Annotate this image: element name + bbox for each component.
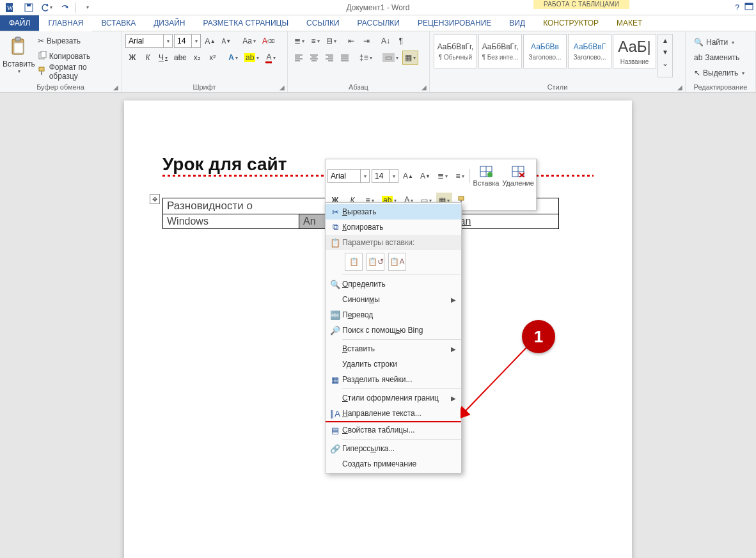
mini-shrink-font[interactable]: A▼ — [418, 168, 433, 184]
style-no-spacing[interactable]: АаБбВвГг,¶ Без инте... — [478, 34, 522, 68]
tab-references[interactable]: ССЫЛКИ — [297, 15, 348, 31]
subscript-button[interactable]: x₂ — [190, 51, 204, 65]
mini-delete-button[interactable]: Удаление — [502, 161, 534, 191]
clear-format-button[interactable]: A⌫ — [260, 34, 277, 48]
format-painter-button[interactable]: Формат по образцу — [35, 65, 117, 79]
replace-button[interactable]: abЗаменить — [691, 51, 750, 65]
save-button[interactable] — [20, 1, 37, 15]
ctx-table-properties[interactable]: ▤Свойства таблицы... — [326, 422, 461, 438]
ribbon-display-button[interactable] — [744, 3, 753, 12]
mini-size-combo[interactable]: ▾ — [372, 169, 398, 183]
ctx-bing[interactable]: 🔎Поиск с помощью Bing — [326, 323, 461, 338]
styles-dialog-launcher[interactable]: ◢ — [676, 83, 684, 91]
ribbon: Вставить ▾ ✂ Вырезать Копировать — [0, 31, 756, 93]
line-spacing-button[interactable]: ‡≡▾ — [357, 51, 375, 65]
clipboard-dialog-launcher[interactable]: ◢ — [112, 83, 120, 91]
ctx-translate[interactable]: 🔤Перевод — [326, 307, 461, 323]
ctx-delete-rows[interactable]: Удалить строки — [326, 356, 461, 372]
select-button[interactable]: ↖Выделить▾ — [691, 66, 750, 80]
ctx-cut[interactable]: ✂ВВырезатьырезать — [326, 204, 461, 219]
borders-button[interactable]: ▦▾ — [402, 51, 418, 65]
style-normal[interactable]: АаБбВвГг,¶ Обычный — [434, 34, 477, 68]
paste-merge-formatting[interactable]: 📋↺ — [366, 253, 384, 271]
mini-bullets[interactable]: ≣▾ — [435, 168, 450, 184]
align-right-button[interactable] — [322, 51, 336, 65]
bullets-button[interactable]: ≣▾ — [292, 34, 307, 48]
help-button[interactable]: ? — [735, 3, 739, 12]
qat-customize-button[interactable]: ▾ — [79, 1, 95, 15]
styles-scroll-up[interactable]: ▴ — [658, 35, 672, 46]
undo-button[interactable]: ▾ — [38, 1, 55, 15]
ctx-hyperlink[interactable]: 🔗Гиперссылка... — [326, 441, 461, 456]
show-marks-button[interactable]: ¶ — [394, 34, 408, 48]
italic-button[interactable]: К — [141, 51, 155, 65]
ctx-border-styles[interactable]: Стили оформления границ▶ — [326, 390, 461, 406]
ctx-text-direction[interactable]: ‖AНаправление текста... — [326, 406, 461, 421]
tab-page-layout[interactable]: РАЗМЕТКА СТРАНИЦЫ — [194, 15, 298, 31]
superscript-button[interactable]: x² — [205, 51, 219, 65]
text-effects-button[interactable]: A▾ — [226, 51, 240, 65]
svg-rect-38 — [459, 196, 464, 200]
align-left-button[interactable] — [292, 51, 306, 65]
svg-line-40 — [464, 343, 531, 412]
style-title[interactable]: АаБ|Название — [613, 34, 656, 68]
font-name-input[interactable] — [126, 36, 163, 45]
justify-button[interactable] — [338, 51, 352, 65]
tab-mailings[interactable]: РАССЫЛКИ — [349, 15, 409, 31]
mini-numbering[interactable]: ≡▾ — [452, 168, 468, 184]
copy-button[interactable]: Копировать — [35, 49, 117, 63]
numbering-button[interactable]: ≡▾ — [308, 34, 322, 48]
paste-keep-formatting[interactable]: 📋 — [345, 253, 363, 271]
ctx-synonyms[interactable]: Синонимы▶ — [326, 292, 461, 307]
align-center-button[interactable] — [307, 51, 321, 65]
tab-file[interactable]: ФАЙЛ — [0, 15, 39, 31]
shading-button[interactable]: ▭▾ — [380, 51, 401, 65]
highlight-button[interactable]: ab▾ — [242, 51, 262, 65]
style-heading1[interactable]: АаБбВвЗаголово... — [523, 34, 567, 68]
chevron-down-icon[interactable]: ▾ — [163, 35, 172, 47]
tab-table-layout[interactable]: МАКЕТ — [608, 15, 651, 31]
underline-button[interactable]: Ч▾ — [156, 51, 170, 65]
sort-button[interactable]: A↓ — [379, 34, 393, 48]
chevron-down-icon[interactable]: ▾ — [191, 35, 200, 47]
table-cell[interactable]: Windows — [163, 214, 299, 229]
ctx-define[interactable]: 🔍Определить — [326, 276, 461, 292]
ctx-insert[interactable]: Вставить▶ — [326, 341, 461, 356]
change-case-button[interactable]: Aa▾ — [240, 34, 258, 48]
font-color-button[interactable]: A▾ — [263, 51, 278, 65]
tab-insert[interactable]: ВСТАВКА — [92, 15, 145, 31]
paste-button[interactable]: Вставить ▾ — [4, 34, 34, 76]
tab-design[interactable]: ДИЗАЙН — [145, 15, 194, 31]
indent-increase-button[interactable]: ⇥ — [359, 34, 374, 48]
mini-insert-button[interactable]: Вставка — [472, 161, 500, 191]
font-size-input[interactable] — [175, 36, 191, 45]
indent-decrease-button[interactable]: ⇤ — [344, 34, 358, 48]
font-size-combo[interactable]: ▾ — [174, 34, 201, 48]
font-name-combo[interactable]: ▾ — [125, 34, 173, 48]
strike-button[interactable]: abc — [171, 51, 189, 65]
tab-view[interactable]: ВИД — [500, 15, 534, 31]
mini-grow-font[interactable]: A▲ — [400, 168, 416, 184]
ctx-copy[interactable]: ⧉Копировать — [326, 219, 461, 235]
ctx-split-cells[interactable]: ▦Разделить ячейки... — [326, 372, 461, 387]
tab-review[interactable]: РЕЦЕНЗИРОВАНИЕ — [409, 15, 500, 31]
tab-home[interactable]: ГЛАВНАЯ — [39, 15, 92, 31]
grow-font-button[interactable]: A▲ — [202, 34, 218, 48]
ctx-comment[interactable]: Создать примечание — [326, 456, 461, 472]
paste-text-only[interactable]: 📋A — [388, 253, 406, 271]
multilevel-button[interactable]: ⊟▾ — [324, 34, 339, 48]
shrink-font-button[interactable]: A▼ — [219, 34, 234, 48]
redo-button[interactable] — [56, 1, 73, 15]
style-heading2[interactable]: АаБбВвГЗаголово... — [568, 34, 611, 68]
copy-icon — [38, 51, 47, 62]
find-button[interactable]: 🔍Найти▾ — [691, 35, 750, 49]
paragraph-dialog-launcher[interactable]: ◢ — [420, 83, 428, 91]
mini-font-combo[interactable]: ▾ — [327, 169, 370, 183]
table-move-handle[interactable]: ✥ — [150, 194, 160, 204]
cut-button[interactable]: ✂ Вырезать — [35, 34, 117, 48]
styles-scroll-down[interactable]: ▾ — [658, 46, 672, 58]
tab-table-design[interactable]: КОНСТРУКТОР — [534, 15, 608, 31]
bold-button[interactable]: Ж — [125, 51, 139, 65]
styles-more[interactable]: ⌄ — [658, 58, 672, 69]
font-dialog-launcher[interactable]: ◢ — [278, 83, 286, 91]
